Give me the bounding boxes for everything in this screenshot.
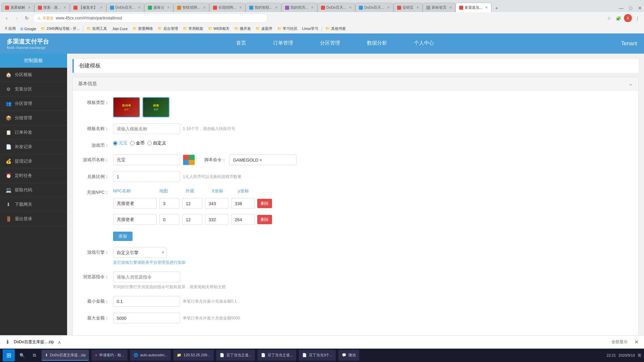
- tab-13[interactable]: 新标签页 ✕: [423, 3, 455, 12]
- nav-orders[interactable]: 订单管理: [260, 34, 307, 54]
- taskbar-item-3[interactable]: 🌐 auto.autocsdm...: [130, 350, 171, 361]
- currency-custom[interactable]: 自定义: [147, 140, 166, 146]
- bookmark-weixin[interactable]: 📁 微开发: [232, 25, 253, 32]
- npc-2-map-input[interactable]: [159, 214, 179, 225]
- currency-jinguan[interactable]: 金币: [130, 140, 145, 146]
- bookmark-web[interactable]: 📁 WEB相关: [206, 25, 231, 32]
- taskbar-item-1[interactable]: ⬇ DoDo百度文库提...zip: [42, 350, 89, 361]
- tab-close-5[interactable]: ✕: [167, 6, 170, 9]
- tab-close-6[interactable]: ✕: [203, 6, 206, 9]
- bookmark-others[interactable]: 📁 其他书签: [323, 25, 348, 32]
- taskbar-item-4[interactable]: 📁 120.53.25.209...: [173, 350, 214, 361]
- maximize-button[interactable]: □: [627, 4, 635, 12]
- nav-home[interactable]: 首页: [223, 34, 260, 54]
- close-window-button[interactable]: ✕: [636, 4, 644, 12]
- sidebar-item-partition-manage[interactable]: 👥 分区管理: [0, 97, 67, 111]
- tab-close-14[interactable]: ✕: [485, 6, 488, 9]
- bookmark-button[interactable]: ☆: [605, 14, 613, 22]
- bookmark-qunmo[interactable]: 📁 群墨网络: [130, 25, 155, 32]
- currency-name-input[interactable]: [113, 155, 180, 165]
- sidebar-item-reissue-records[interactable]: 📄 补发记录: [0, 140, 67, 154]
- sidebar-item-scheduled-tasks[interactable]: ⏰ 定时任务: [0, 169, 67, 183]
- sidebar-item-order-reissue[interactable]: 📋 订单补发: [0, 125, 67, 140]
- tab-7[interactable]: 全国招聘... ✕: [209, 3, 245, 12]
- tab-close-11[interactable]: ✕: [387, 6, 390, 9]
- tab-2[interactable]: 搜索 - 蒸... ✕: [34, 3, 70, 12]
- tab-3[interactable]: 【修复本】 ✕: [70, 3, 106, 12]
- sidebar-item-withdraw-records[interactable]: 💰 提现记录: [0, 154, 67, 169]
- taskbar-item-5[interactable]: 📄 豆丁当当之道...: [216, 350, 255, 361]
- npc-add-button[interactable]: 添加: [113, 232, 132, 241]
- max-amount-input[interactable]: [113, 313, 180, 323]
- tab-11[interactable]: DoDo百天... ✕: [355, 3, 393, 12]
- taskbar-task-view[interactable]: ⧉: [30, 351, 39, 360]
- nav-analytics[interactable]: 数据分析: [354, 34, 400, 54]
- tab-close-4[interactable]: ✕: [138, 6, 141, 9]
- sidebar-item-logout[interactable]: 🚪 退出登录: [0, 212, 67, 226]
- npc-1-map-input[interactable]: [159, 198, 179, 209]
- sidebar-item-get-code[interactable]: 💻 获取代码: [0, 183, 67, 197]
- taskbar-item-wechat[interactable]: 💬 微信: [338, 350, 359, 361]
- settings-button[interactable]: ⋮: [633, 14, 641, 22]
- min-amount-input[interactable]: [113, 296, 180, 307]
- currency-custom-radio[interactable]: [147, 141, 152, 145]
- npc-2-name-input[interactable]: [113, 214, 157, 225]
- taskbar-search[interactable]: 🔍: [17, 351, 27, 360]
- color-picker[interactable]: [183, 155, 195, 165]
- npc-1-x-input[interactable]: [205, 198, 228, 209]
- bookmark-linux[interactable]: Linux学习: [300, 25, 320, 32]
- collapse-icon[interactable]: ⌄: [629, 80, 633, 87]
- browser-cmd-input[interactable]: [113, 272, 180, 282]
- tab-close-13[interactable]: ✕: [449, 6, 452, 9]
- tab-close-10[interactable]: ✕: [349, 6, 352, 9]
- new-tab-button[interactable]: +: [493, 4, 501, 12]
- tab-close-7[interactable]: ✕: [239, 6, 242, 9]
- download-expand-icon[interactable]: ∧: [58, 340, 61, 345]
- tab-14[interactable]: 多渠道兑... ✕: [455, 3, 491, 12]
- bookmark-netcore[interactable]: .Net Core: [110, 26, 129, 32]
- bookmark-google[interactable]: G Google: [18, 26, 38, 32]
- profile-button[interactable]: A: [624, 14, 632, 22]
- npc-1-y-input[interactable]: [231, 198, 255, 209]
- sidebar-item-install-partition[interactable]: ⚙ 安装分区: [0, 82, 67, 97]
- sidebar-item-partition-template[interactable]: 🏠 分区模板: [0, 68, 67, 82]
- tab-1[interactable]: 蒸爱破解 ✕: [1, 3, 34, 12]
- tab-8[interactable]: 我的智联... ✕: [246, 3, 281, 12]
- taskbar-item-6[interactable]: 📄 豆丁当当之道...: [258, 350, 296, 361]
- bookmark-2345[interactable]: 📁 2345网址导航 - 开...: [39, 25, 82, 32]
- tab-12[interactable]: 促销宝 ✕: [393, 3, 423, 12]
- exchange-ratio-input[interactable]: [113, 171, 180, 182]
- npc-1-delete-button[interactable]: 删除: [257, 199, 272, 208]
- template-type-2[interactable]: 传奇 世界: [143, 97, 169, 117]
- forward-button[interactable]: ›: [13, 14, 21, 22]
- minimize-button[interactable]: —: [617, 4, 625, 12]
- bookmark-frameworks[interactable]: 📁 常用框架: [181, 25, 205, 32]
- currency-yuanbao[interactable]: 元宝: [113, 140, 127, 146]
- npc-2-y-input[interactable]: [231, 214, 255, 225]
- currency-jinguan-radio[interactable]: [130, 141, 135, 145]
- extension-button[interactable]: 🧩: [614, 14, 623, 22]
- tab-9[interactable]: 我的简历... ✕: [281, 3, 317, 12]
- tab-close-2[interactable]: ✕: [63, 6, 66, 9]
- npc-2-x-input[interactable]: [205, 214, 228, 225]
- engine-select[interactable]: 自定义引擎: [113, 247, 167, 258]
- sidebar-item-download-gateway[interactable]: ⬇ 下载网关: [0, 197, 67, 212]
- template-name-input[interactable]: [113, 123, 180, 134]
- npc-2-look-input[interactable]: [182, 214, 202, 225]
- nav-partition[interactable]: 分区管理: [307, 34, 354, 54]
- script-cmd-input[interactable]: [229, 155, 297, 165]
- back-button[interactable]: ‹: [3, 14, 11, 22]
- start-button[interactable]: ⊞: [3, 349, 15, 361]
- tab-close-9[interactable]: ✕: [311, 6, 314, 9]
- download-close-button[interactable]: ✕: [634, 339, 639, 345]
- download-all-button[interactable]: 全部显示: [611, 339, 628, 345]
- tab-5[interactable]: 盛泰云 ✕: [144, 3, 173, 12]
- tab-10[interactable]: DoDo百天... ✕: [317, 3, 355, 12]
- bookmark-learn[interactable]: 📁 学习社区: [275, 25, 300, 32]
- template-type-1[interactable]: 热传奇 盛世: [113, 97, 140, 117]
- bookmark-admin[interactable]: 📁 后台管理: [156, 25, 180, 32]
- tab-close-12[interactable]: ✕: [416, 6, 419, 9]
- currency-yuanbao-radio[interactable]: [113, 141, 117, 145]
- tab-close-3[interactable]: ✕: [100, 6, 103, 9]
- tab-close-8[interactable]: ✕: [275, 6, 278, 9]
